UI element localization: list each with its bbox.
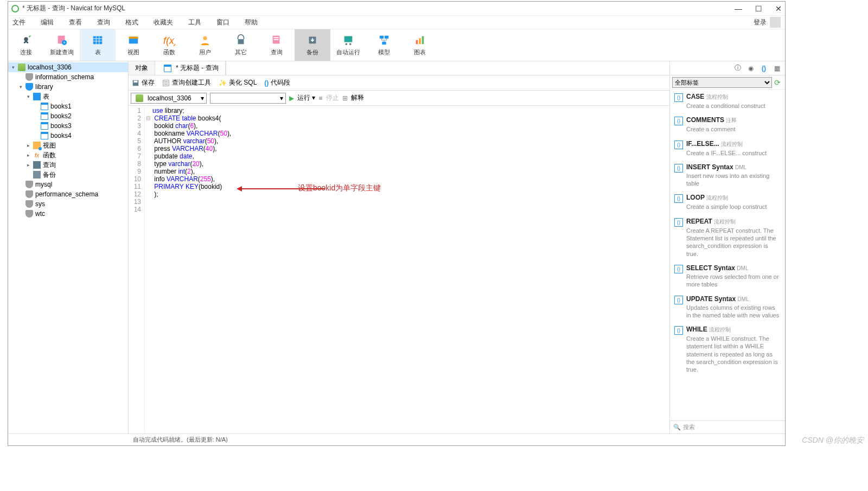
- toolbar-connect[interactable]: 连接: [8, 29, 44, 61]
- tree-table-books3[interactable]: books3: [8, 121, 128, 131]
- caret-icon[interactable]: ▾: [25, 94, 31, 99]
- tree-views[interactable]: ▸视图: [8, 141, 128, 150]
- explain-button[interactable]: 解释: [351, 93, 364, 103]
- tree-connection[interactable]: ▾localhost_3306: [8, 62, 128, 72]
- tree-db-sys[interactable]: sys: [8, 199, 128, 209]
- snippet-button[interactable]: () 代码段: [264, 78, 290, 87]
- connection-select[interactable]: localhost_3306 ▾: [131, 93, 207, 104]
- menu-format[interactable]: 格式: [125, 18, 138, 27]
- view-icon: [33, 142, 41, 149]
- svg-rect-19: [382, 41, 386, 44]
- query-builder-button[interactable]: 查询创建工具: [162, 78, 211, 87]
- brackets-icon[interactable]: (): [760, 65, 768, 72]
- menu-query[interactable]: 查询: [97, 18, 110, 27]
- tree-table-books1[interactable]: books1: [8, 101, 128, 111]
- code-area[interactable]: use library; CREATE table books4( bookid…: [151, 106, 669, 433]
- stop-button: 停止: [326, 93, 339, 103]
- toolbar-table[interactable]: 表: [80, 29, 116, 61]
- tree-db-wtc[interactable]: wtc: [8, 209, 128, 219]
- snippet-item[interactable]: ()LOOP 流程控制Create a simple loop construc…: [670, 190, 785, 214]
- snippet-icon: (): [674, 93, 683, 102]
- search-placeholder[interactable]: 搜索: [683, 423, 695, 431]
- toolbar-autorun[interactable]: 自动运行: [330, 29, 366, 61]
- caret-icon[interactable]: ▾: [10, 65, 16, 70]
- db-select[interactable]: ▾: [210, 93, 286, 104]
- tree-db-library[interactable]: ▾library: [8, 82, 128, 92]
- snippet-item[interactable]: ()CASE 流程控制Create a conditional construc…: [670, 90, 785, 113]
- tab-query[interactable]: * 无标题 - 查询: [155, 61, 226, 75]
- run-icon: ▶: [289, 94, 294, 102]
- toolbar-function[interactable]: f(x)函数: [151, 29, 187, 61]
- caret-icon[interactable]: ▸: [25, 143, 31, 148]
- tree-table-books2[interactable]: books2: [8, 111, 128, 121]
- info-icon[interactable]: ⓘ: [734, 65, 742, 72]
- autorun-icon: [342, 34, 354, 46]
- snippet-item[interactable]: ()REPEAT 流程控制Create A REPEAT construct. …: [670, 214, 785, 261]
- nav-tree[interactable]: ▾localhost_3306information_schema▾librar…: [8, 61, 129, 433]
- toolbar-other[interactable]: 其它: [223, 29, 259, 61]
- menu-fav[interactable]: 收藏夹: [154, 18, 173, 27]
- stop-icon: ■: [318, 94, 322, 102]
- tag-filter[interactable]: 全部标签: [672, 77, 772, 88]
- toolbar-user[interactable]: 用户: [187, 29, 223, 61]
- caret-icon[interactable]: ▸: [25, 162, 31, 168]
- tree-functions[interactable]: ▸fx函数: [8, 150, 128, 160]
- snippet-item[interactable]: ()WHILE 流程控制Create a WHILE construct. Th…: [670, 322, 785, 377]
- fold-gutter[interactable]: ⊟: [145, 106, 151, 433]
- tab-label: 对象: [135, 63, 148, 73]
- snippet-item[interactable]: ()SELECT Syntax DMLRetrieve rows selecte…: [670, 261, 785, 292]
- caret-icon[interactable]: ▸: [25, 152, 31, 158]
- tree-icon: [41, 122, 48, 130]
- refresh-icon[interactable]: ⟳: [774, 78, 783, 87]
- minimize-button[interactable]: —: [735, 4, 742, 13]
- tree-db-mysql[interactable]: mysql: [8, 180, 128, 189]
- tree-db-performance_schema[interactable]: performance_schema: [8, 189, 128, 199]
- close-button[interactable]: ✕: [775, 4, 782, 13]
- toolbar-view[interactable]: 视图: [116, 29, 151, 61]
- code-line: use library;: [152, 107, 667, 114]
- tree-db[interactable]: information_schema: [8, 72, 128, 82]
- tree-table-books4[interactable]: books4: [8, 131, 128, 141]
- toolbar-backup[interactable]: 备份: [295, 29, 330, 61]
- tree-tables[interactable]: ▾表: [8, 92, 128, 101]
- snippet-icon: (): [674, 194, 683, 203]
- grid-icon[interactable]: ▦: [773, 65, 781, 72]
- query-icon: [271, 34, 283, 46]
- snippet-item[interactable]: ()COMMENTS 注释Create a comment: [670, 113, 785, 136]
- svg-rect-11: [274, 37, 279, 38]
- run-button[interactable]: 运行 ▾: [297, 93, 315, 103]
- menu-edit[interactable]: 编辑: [41, 18, 54, 27]
- tree-backup[interactable]: 备份: [8, 170, 128, 180]
- eye-icon[interactable]: ◉: [747, 65, 755, 72]
- tree-icon: [41, 112, 48, 120]
- toolbar-query[interactable]: 查询: [259, 29, 295, 61]
- fx-icon: fx: [33, 151, 41, 159]
- menu-help[interactable]: 帮助: [245, 18, 258, 27]
- toolbar-new-query[interactable]: +新建查询: [44, 29, 80, 61]
- login-link[interactable]: 登录: [754, 18, 767, 27]
- menu-window[interactable]: 窗口: [216, 18, 229, 27]
- snippet-list[interactable]: ()CASE 流程控制Create a conditional construc…: [670, 90, 785, 420]
- avatar-icon[interactable]: [770, 17, 781, 28]
- save-button[interactable]: 保存: [132, 78, 155, 87]
- snippet-item[interactable]: ()INSERT Syntax DMLInsert new rows into …: [670, 160, 785, 191]
- toolbar-model[interactable]: 模型: [366, 29, 402, 61]
- toolbar-chart[interactable]: 图表: [402, 29, 438, 61]
- caret-icon[interactable]: ▾: [18, 84, 23, 90]
- menu-tools[interactable]: 工具: [188, 18, 201, 27]
- snippet-item[interactable]: ()UPDATE Syntax DMLUpdates columns of ex…: [670, 292, 785, 323]
- query-icon: [164, 65, 171, 72]
- maximize-button[interactable]: ☐: [755, 4, 762, 13]
- tree-queries[interactable]: ▸查询: [8, 160, 128, 170]
- view-icon: [127, 34, 139, 46]
- beautify-button[interactable]: ✨ 美化 SQL: [219, 78, 257, 87]
- menu-view[interactable]: 查看: [69, 18, 82, 27]
- sql-editor[interactable]: 1234567891011121314 ⊟ use library; CREAT…: [129, 106, 669, 433]
- menu-file[interactable]: 文件: [12, 18, 25, 27]
- tab-objects[interactable]: 对象: [129, 61, 155, 75]
- snippet-item[interactable]: ()IF...ELSE... 流程控制Create a IF...ELSE...…: [670, 137, 785, 160]
- svg-point-16: [349, 43, 352, 45]
- menu-bar: 文件 编辑 查看 查询 格式 收藏夹 工具 窗口 帮助 登录: [8, 16, 785, 29]
- svg-rect-20: [416, 40, 418, 44]
- svg-rect-14: [344, 36, 353, 42]
